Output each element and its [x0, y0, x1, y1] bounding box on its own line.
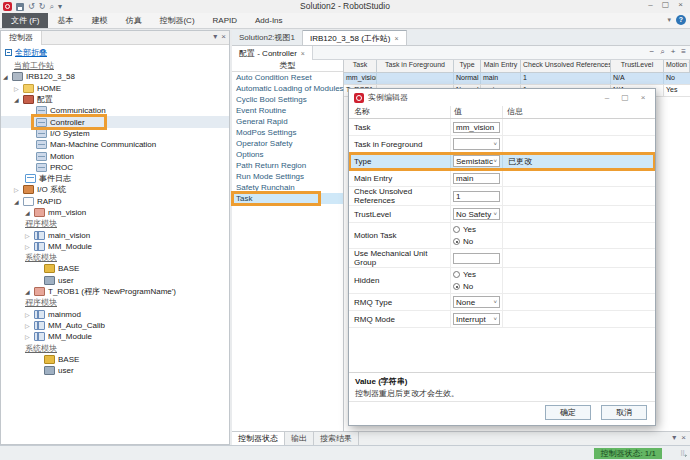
- text-input[interactable]: 1: [453, 191, 500, 202]
- tree-item[interactable]: BASE: [1, 263, 229, 274]
- document-tab[interactable]: Solution2:视图1: [232, 30, 303, 45]
- tree-item[interactable]: 系统模块: [1, 252, 229, 263]
- tree-item[interactable]: 配置: [1, 94, 229, 105]
- dialog-minimize-icon[interactable]: –: [600, 93, 614, 102]
- ribbon-tab[interactable]: 文件 (F): [2, 13, 48, 28]
- document-tab[interactable]: IRB120_3_58 (工作站) ×: [303, 30, 407, 45]
- tree-item[interactable]: PROC: [1, 162, 229, 173]
- tree-expander-icon[interactable]: [14, 85, 23, 92]
- ribbon-tab[interactable]: 仿真: [116, 13, 150, 28]
- property-row[interactable]: Motion Task YesNo: [349, 223, 655, 249]
- collapse-all-link[interactable]: 全部折叠: [15, 47, 47, 58]
- dropdown[interactable]: None ˅: [453, 296, 500, 308]
- type-list-item[interactable]: Event Routine: [232, 105, 343, 116]
- dropdown[interactable]: ˅: [453, 138, 500, 150]
- ribbon-tab[interactable]: 建模: [82, 13, 116, 28]
- type-list-item[interactable]: Auto Condition Reset: [232, 72, 343, 83]
- tree-item[interactable]: Motion: [1, 150, 229, 161]
- property-row[interactable]: Main Entry main: [349, 170, 655, 187]
- ribbon-tab[interactable]: RAPID: [204, 13, 246, 28]
- config-tab-close-icon[interactable]: ×: [301, 47, 305, 60]
- property-row[interactable]: Task mm_vision: [349, 119, 655, 136]
- pin-icon[interactable]: ▾: [213, 32, 217, 41]
- tree-expander-icon[interactable]: [25, 232, 34, 239]
- tree-expander-icon[interactable]: [25, 209, 34, 216]
- tree-item[interactable]: T_ROB1 (程序 'NewProgramName'): [1, 286, 229, 297]
- tree-expander-icon[interactable]: [25, 243, 34, 250]
- text-input[interactable]: main: [453, 173, 500, 184]
- radio-option[interactable]: No: [453, 236, 500, 247]
- property-row[interactable]: Task in Foreground ˅: [349, 136, 655, 153]
- type-list-item[interactable]: Options: [232, 149, 343, 160]
- tree-item[interactable]: I/O 系统: [1, 184, 229, 195]
- tree-expander-icon[interactable]: [3, 73, 12, 80]
- maximize-button[interactable]: ▢: [658, 0, 673, 11]
- text-input[interactable]: [453, 253, 500, 264]
- tree-item[interactable]: BASE: [1, 354, 229, 365]
- panel-close-icon[interactable]: ×: [221, 32, 226, 41]
- tree-item[interactable]: IRB120_3_58: [1, 71, 229, 82]
- ribbon-tab[interactable]: 基本: [48, 13, 82, 28]
- controller-panel-tab[interactable]: 控制器: [1, 31, 42, 45]
- radio-option[interactable]: Yes: [453, 269, 500, 280]
- type-list-item[interactable]: Safety Runchain: [232, 182, 343, 193]
- tree-expander-icon[interactable]: [14, 198, 23, 205]
- help-icon[interactable]: ?: [676, 15, 686, 25]
- config-controller-tab[interactable]: 配置 - Controller ×: [232, 46, 313, 60]
- tree-item[interactable]: Controller: [1, 116, 229, 127]
- cancel-button[interactable]: 取消: [601, 405, 647, 420]
- tree-item[interactable]: 事件日志: [1, 173, 229, 184]
- type-list-item[interactable]: General Rapid: [232, 116, 343, 127]
- type-list-item[interactable]: Path Return Region: [232, 160, 343, 171]
- tab-close-icon[interactable]: ×: [395, 31, 399, 46]
- bottom-tab[interactable]: 控制器状态: [232, 432, 285, 445]
- tree-item[interactable]: MM_Module: [1, 241, 229, 252]
- tree-expander-icon[interactable]: [25, 311, 34, 318]
- tree-item[interactable]: mainmod: [1, 309, 229, 320]
- tree-item[interactable]: user: [1, 275, 229, 286]
- radio-option[interactable]: No: [453, 281, 500, 292]
- tree-item[interactable]: MM_Module: [1, 331, 229, 342]
- menu-icon[interactable]: ≡: [681, 47, 686, 57]
- type-list-item[interactable]: Operator Safety: [232, 138, 343, 149]
- bottom-close-icon[interactable]: ×: [681, 433, 686, 442]
- pin-icon[interactable]: ▾: [672, 433, 676, 442]
- dropdown[interactable]: No Safety ˅: [453, 208, 500, 220]
- property-row[interactable]: RMQ Mode Interrupt ˅: [349, 311, 655, 328]
- zoom-in-icon[interactable]: +: [671, 47, 676, 57]
- property-row[interactable]: RMQ Type None ˅: [349, 294, 655, 311]
- tree-item[interactable]: RAPID: [1, 196, 229, 207]
- radio-option[interactable]: Yes: [453, 224, 500, 235]
- type-list-item[interactable]: Cyclic Bool Settings: [232, 94, 343, 105]
- property-row[interactable]: Check Unsolved References 1: [349, 187, 655, 206]
- tree-expander-icon[interactable]: [25, 322, 34, 329]
- type-list-item[interactable]: Automatic Loading of Modules: [232, 83, 343, 94]
- dialog-close-icon[interactable]: ×: [636, 93, 650, 102]
- tree-item[interactable]: I/O System: [1, 128, 229, 139]
- text-input[interactable]: mm_vision: [453, 122, 500, 133]
- collapse-all-row[interactable]: 全部折叠: [1, 46, 229, 59]
- type-list-item[interactable]: Task: [232, 193, 343, 204]
- search-icon[interactable]: ⌕: [660, 47, 664, 57]
- tree-item[interactable]: user: [1, 365, 229, 376]
- property-row[interactable]: TrustLevel No Safety ˅: [349, 206, 655, 223]
- tree-expander-icon[interactable]: [25, 288, 34, 295]
- tree-expander-icon[interactable]: [14, 186, 23, 193]
- table-row[interactable]: mm_visionNormalmain1N/ANo: [344, 73, 690, 85]
- bottom-tab[interactable]: 输出: [285, 432, 314, 445]
- zoom-out-icon[interactable]: −: [650, 47, 655, 57]
- dialog-title-bar[interactable]: 实例编辑器 – ▢ ×: [349, 89, 655, 106]
- tree-item[interactable]: main_vision: [1, 229, 229, 240]
- resize-grip[interactable]: ⠿: [680, 450, 688, 458]
- tree-expander-icon[interactable]: [25, 333, 34, 340]
- close-button[interactable]: ×: [673, 0, 688, 11]
- bottom-tab[interactable]: 搜索结果: [314, 432, 359, 445]
- property-row[interactable]: Use Mechanical Unit Group: [349, 249, 655, 268]
- dialog-maximize-icon[interactable]: ▢: [618, 93, 632, 102]
- tree-item[interactable]: MM_Auto_Calib: [1, 320, 229, 331]
- tree-item[interactable]: 程序模块: [1, 218, 229, 229]
- minimize-button[interactable]: –: [643, 0, 658, 11]
- property-row[interactable]: Hidden YesNo: [349, 268, 655, 294]
- tree-item[interactable]: Communication: [1, 105, 229, 116]
- type-list-item[interactable]: Run Mode Settings: [232, 171, 343, 182]
